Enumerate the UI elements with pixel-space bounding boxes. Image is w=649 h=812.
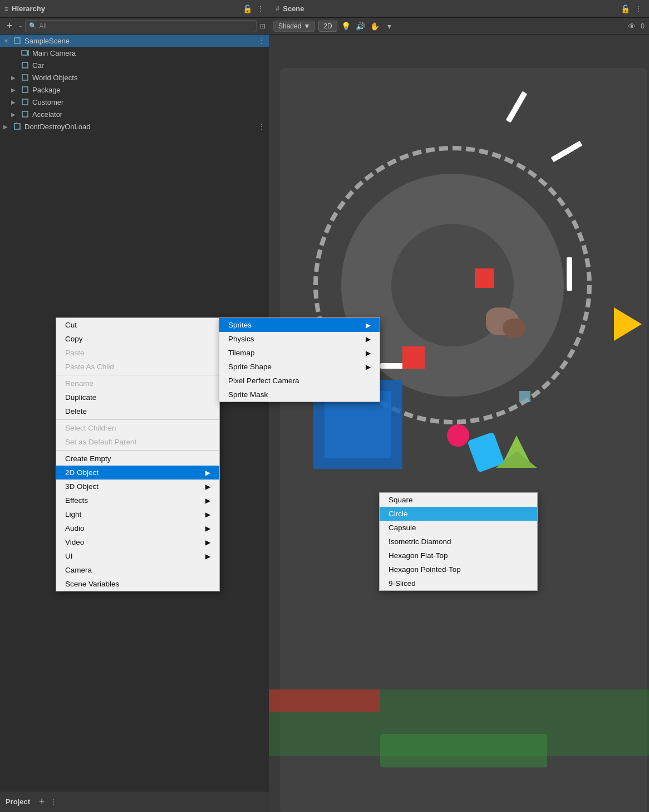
ctx-cut[interactable]: Cut (56, 318, 219, 332)
cube-icon-customer (20, 97, 30, 107)
lock-icon[interactable]: 🔓 (243, 4, 252, 13)
svg-rect-7 (22, 87, 28, 92)
2d-mode-button[interactable]: 2D (318, 21, 337, 32)
svg-rect-9 (22, 111, 28, 117)
ctx-effects-arrow: ▶ (205, 497, 210, 505)
ctx-effects[interactable]: Effects ▶ (56, 493, 219, 507)
ctx-light-arrow: ▶ (205, 511, 210, 518)
scene-item-accelator[interactable]: ▶ Accelator (0, 108, 269, 120)
ctx-audio-arrow: ▶ (205, 525, 210, 532)
dontdestroy-dots[interactable]: ⋮ (258, 122, 269, 131)
sub-sprite-mask[interactable]: Sprite Mask (219, 388, 380, 402)
context-menu: Cut Copy Paste Paste As Child Rename Dup… (56, 317, 220, 591)
sub2-hexagon-pointed-top[interactable]: Hexagon Pointed-Top (380, 562, 537, 576)
audio-icon[interactable]: 🔊 (355, 22, 366, 31)
add-project-button[interactable]: + (39, 796, 45, 808)
svg-marker-4 (27, 51, 28, 55)
scene-more-icon[interactable]: ⋮ (635, 4, 642, 13)
scene-item-worldobjects[interactable]: ▶ World Objects (0, 71, 269, 84)
sub-physics[interactable]: Physics ▶ (219, 332, 380, 346)
project-bar: Project + ⋮ (0, 791, 269, 812)
ctx-2d-object[interactable]: 2D Object ▶ (56, 466, 219, 480)
ctx-ui[interactable]: UI ▶ (56, 549, 219, 563)
ctx-create-empty[interactable]: Create Empty (56, 452, 219, 466)
sub-tilemap[interactable]: Tilemap ▶ (219, 346, 380, 360)
scene-item-dontdestroy[interactable]: ▶ DontDestroyOnLoad ⋮ (0, 120, 269, 133)
hierarchy-title: ≡ Hierarchy (4, 4, 45, 13)
ctx-scene-variables[interactable]: Scene Variables (56, 577, 219, 591)
ctx-light[interactable]: Light ▶ (56, 507, 219, 521)
ctx-rename: Rename (56, 376, 219, 390)
ctx-set-default-parent: Set as Default Parent (56, 435, 219, 449)
worldobjects-label: World Objects (32, 74, 77, 82)
scene-panel: # Scene 🔓 ⋮ Shaded ▼ 2D 💡 🔊 ✋ ▾ 👁 0 (269, 0, 649, 812)
ctx-duplicate[interactable]: Duplicate (56, 390, 219, 404)
scene-header: # Scene 🔓 ⋮ (269, 0, 649, 18)
cube-icon-worldobjects (20, 72, 30, 82)
light-icon[interactable]: 💡 (341, 22, 352, 31)
scene-item-car[interactable]: Car (0, 59, 269, 71)
cube-icon-car (20, 60, 30, 70)
scene-title-text: Scene (283, 4, 304, 13)
sub-sprites[interactable]: Sprites ▶ (219, 318, 380, 332)
more-icon[interactable]: ⋮ (257, 4, 264, 13)
ctx-audio[interactable]: Audio ▶ (56, 521, 219, 535)
scene-lock-icon[interactable]: 🔓 (621, 4, 630, 13)
shaded-button[interactable]: Shaded ▼ (273, 21, 315, 32)
shaded-label: Shaded (278, 22, 301, 30)
hierarchy-title-text: Hierarchy (12, 4, 45, 13)
sub2-circle[interactable]: Circle (380, 507, 537, 521)
submenu-sprites: Square Circle Capsule Isometric Diamond … (379, 492, 538, 591)
scene-item-customer[interactable]: ▶ Customer (0, 96, 269, 108)
sub2-capsule[interactable]: Capsule (380, 521, 537, 535)
scene-item-package[interactable]: ▶ Package (0, 84, 269, 96)
hierarchy-toolbar: + - 🔍 All ⊡ (0, 18, 269, 35)
camera-gizmo-icon: 👁 (626, 22, 637, 31)
scene-viewport[interactable] (269, 35, 649, 812)
hierarchy-header-icons: 🔓 ⋮ (243, 4, 264, 13)
hierarchy-menu-icon: ≡ (4, 5, 8, 13)
sub-pixel-perfect-camera[interactable]: Pixel Perfect Camera (219, 374, 380, 388)
ctx-sep3 (56, 450, 219, 451)
hierarchy-header: ≡ Hierarchy 🔓 ⋮ (0, 0, 269, 18)
sub-sprite-shape[interactable]: Sprite Shape ▶ (219, 360, 380, 374)
shaded-arrow: ▼ (303, 22, 310, 30)
ctx-copy[interactable]: Copy (56, 332, 219, 346)
hash-icon: # (276, 4, 279, 13)
scene-title: # Scene (276, 4, 304, 13)
scene-icon-samplescene (12, 36, 22, 46)
ctx-video[interactable]: Video ▶ (56, 535, 219, 549)
svg-rect-5 (22, 62, 28, 68)
arrow-package: ▶ (11, 87, 20, 93)
sub2-9-sliced[interactable]: 9-Sliced (380, 576, 537, 590)
more-tools-icon[interactable]: ▾ (384, 22, 395, 31)
add-button[interactable]: + (3, 20, 16, 32)
ctx-camera[interactable]: Camera (56, 563, 219, 577)
search-box[interactable]: 🔍 All (25, 20, 257, 32)
sub-physics-arrow: ▶ (366, 335, 371, 343)
search-icon: 🔍 (29, 22, 37, 30)
submenu-2d-object: Sprites ▶ Physics ▶ Tilemap ▶ Sprite Sha… (219, 317, 380, 402)
scene-item-maincamera[interactable]: Main Camera (0, 47, 269, 59)
scene-item-samplescene[interactable]: ▼ SampleScene ⋮ (0, 35, 269, 47)
sub-tilemap-arrow: ▶ (366, 349, 371, 357)
svg-rect-0 (14, 38, 20, 43)
arrow-samplescene: ▼ (3, 38, 12, 44)
sub2-isometric-diamond[interactable]: Isometric Diamond (380, 535, 537, 549)
ctx-video-arrow: ▶ (205, 539, 210, 546)
gizmo-label: 0 (641, 22, 645, 30)
arrow-accelator: ▶ (11, 111, 20, 118)
ctx-3d-object[interactable]: 3D Object ▶ (56, 480, 219, 493)
favorite-icon: ⋮ (50, 798, 57, 806)
project-label: Project (6, 798, 30, 806)
customer-label: Customer (32, 98, 63, 106)
sub2-square[interactable]: Square (380, 493, 537, 507)
search-placeholder: All (39, 22, 46, 30)
divider: - (19, 21, 22, 31)
ctx-delete[interactable]: Delete (56, 404, 219, 418)
sub2-hexagon-flat-top[interactable]: Hexagon Flat-Top (380, 549, 537, 562)
effects-icon[interactable]: ✋ (370, 22, 381, 31)
samplescene-dots[interactable]: ⋮ (258, 36, 269, 45)
cube-icon-accelator (20, 109, 30, 119)
ctx-paste-as-child: Paste As Child (56, 360, 219, 374)
